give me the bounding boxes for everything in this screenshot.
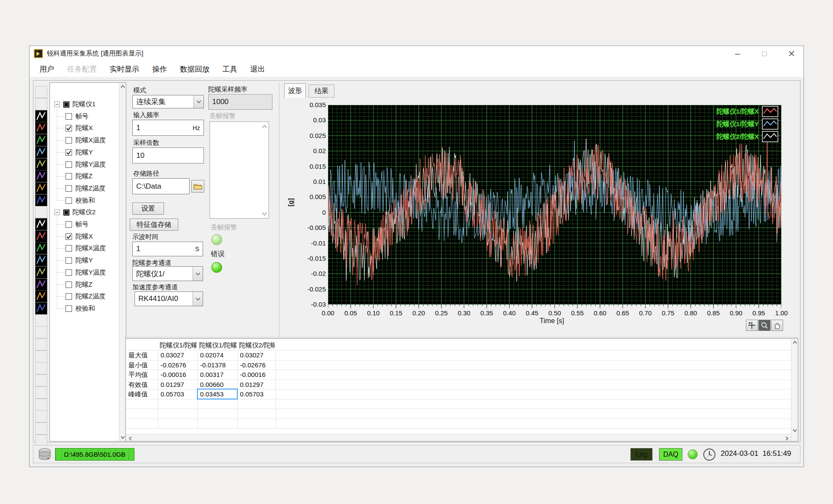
legend-label[interactable]: 陀螺仪1/陀螺Y <box>632 120 759 128</box>
table-cell[interactable]: 0.02074 <box>200 351 236 359</box>
menu-item[interactable]: 用户 <box>33 64 61 74</box>
table-cell[interactable]: -0.00016 <box>240 371 275 378</box>
zoom-tool-button[interactable] <box>758 320 771 331</box>
tree-item[interactable]: 陀螺Y温度 <box>66 159 126 170</box>
table-hscrollbar[interactable] <box>126 434 791 441</box>
checkbox[interactable] <box>66 137 72 144</box>
tree-item[interactable]: 陀螺X温度 <box>66 134 126 146</box>
tab-result[interactable]: 结果 <box>308 85 335 98</box>
table-cell[interactable]: 0.05703 <box>240 390 275 398</box>
path-field[interactable]: C:\Data <box>132 178 190 194</box>
tree-group[interactable]: 陀螺仪1 <box>54 98 124 110</box>
tree-item[interactable]: 校验和 <box>66 195 126 206</box>
menu-item[interactable]: 实时显示 <box>103 64 146 74</box>
table-vscrollbar[interactable] <box>791 339 798 441</box>
checkbox[interactable] <box>66 113 72 120</box>
checkbox[interactable] <box>66 245 72 252</box>
log-indicator[interactable]: Log <box>630 448 653 461</box>
menu-item[interactable]: 操作 <box>146 64 174 74</box>
tree-item[interactable]: 陀螺Y <box>66 255 126 266</box>
tree-item-label: 陀螺Y温度 <box>75 160 106 169</box>
scroll-down-icon[interactable] <box>791 427 798 434</box>
chevron-down-icon[interactable] <box>193 267 203 281</box>
checkbox[interactable] <box>66 257 72 264</box>
close-button[interactable] <box>782 47 801 60</box>
scroll-left-icon[interactable] <box>127 435 134 442</box>
maximize-button[interactable] <box>755 47 774 60</box>
checkbox[interactable] <box>66 197 72 204</box>
scope-time-field[interactable]: 1 S <box>132 242 203 256</box>
menu-item[interactable]: 工具 <box>216 64 244 74</box>
tree-item[interactable]: 陀螺Z <box>66 170 126 182</box>
pan-tool-button[interactable] <box>771 320 783 331</box>
table-cell[interactable]: -0.02676 <box>240 361 275 369</box>
legend-plot-icon[interactable] <box>762 118 778 130</box>
checkbox[interactable] <box>66 125 72 131</box>
tree-item[interactable]: 帧号 <box>66 111 126 122</box>
tree-item-label: 陀螺X <box>75 232 93 241</box>
main-content: 陀螺仪1帧号陀螺X陀螺X温度陀螺Y陀螺Y温度陀螺Z陀螺Z温度校验和陀螺仪2帧号陀… <box>33 80 800 442</box>
table-cell[interactable]: 0.01297 <box>161 381 197 388</box>
tab-waveform[interactable]: 波形 <box>284 83 306 98</box>
checkbox[interactable] <box>66 281 72 288</box>
tree-item[interactable]: 陀螺X <box>66 231 126 242</box>
minimize-button[interactable] <box>728 47 747 60</box>
checkbox[interactable] <box>66 233 72 240</box>
tree-item[interactable]: 陀螺Z <box>66 279 126 291</box>
input-freq-field[interactable]: 1 Hz <box>132 120 204 136</box>
tree-item[interactable]: 陀螺Y温度 <box>66 267 126 278</box>
feature-store-button[interactable]: 特征值存储 <box>130 219 178 231</box>
collapse-icon[interactable] <box>54 101 60 107</box>
cursor-tool-button[interactable] <box>746 320 758 331</box>
gyro-ref-combo[interactable]: 陀螺仪1/ <box>132 266 203 281</box>
checkbox[interactable] <box>66 305 72 312</box>
table-cell[interactable]: -0.00016 <box>161 371 197 378</box>
tree-item[interactable]: 陀螺X温度 <box>66 242 126 254</box>
menu-item[interactable]: 退出 <box>244 64 272 74</box>
browse-folder-button[interactable] <box>191 180 204 193</box>
legend-plot-icon[interactable] <box>762 106 778 117</box>
table-cell[interactable]: 0.00317 <box>200 371 236 378</box>
sample-mult-field[interactable]: 10 <box>132 147 204 164</box>
scroll-up-icon[interactable] <box>791 339 798 346</box>
checkbox[interactable] <box>66 185 72 192</box>
scroll-up-icon[interactable] <box>261 123 268 130</box>
checkbox[interactable] <box>66 221 72 228</box>
tree-item[interactable]: 陀螺Y <box>66 147 126 158</box>
tree-item[interactable]: 陀螺Z温度 <box>66 183 126 194</box>
drop-alarm-listbox[interactable] <box>210 121 269 219</box>
collapse-icon[interactable] <box>54 209 60 215</box>
table-cell[interactable]: 0.01297 <box>240 381 275 388</box>
checkbox[interactable] <box>66 293 72 300</box>
tree-item[interactable]: 帧号 <box>66 219 126 230</box>
tree-item[interactable]: 陀螺Z温度 <box>66 291 126 302</box>
checkbox[interactable] <box>66 269 72 276</box>
set-button[interactable]: 设置 <box>132 203 164 215</box>
menu-item[interactable]: 数据回放 <box>174 64 216 74</box>
chevron-down-icon[interactable] <box>193 292 203 306</box>
tree-item[interactable]: 陀螺X <box>66 122 126 134</box>
checkbox[interactable] <box>66 149 72 156</box>
y-axis-tick-label: 0.02 <box>294 147 326 154</box>
checkbox[interactable] <box>66 173 72 180</box>
legend-plot-icon[interactable] <box>762 131 778 142</box>
checkbox[interactable] <box>66 161 72 168</box>
legend-label[interactable]: 陀螺仪2/陀螺X <box>632 133 759 141</box>
legend-label[interactable]: 陀螺仪1/陀螺X <box>632 108 759 116</box>
table-cell[interactable]: 0.00660 <box>200 381 236 388</box>
chevron-down-icon[interactable] <box>193 95 203 108</box>
scroll-down-icon[interactable] <box>261 210 268 217</box>
scroll-up-icon[interactable] <box>119 83 126 90</box>
daq-indicator[interactable]: DAQ <box>659 448 682 461</box>
table-cell[interactable]: 0.03027 <box>240 351 275 359</box>
mode-combo[interactable]: 连续采集 <box>132 95 204 108</box>
table-cell[interactable]: -0.02676 <box>161 361 197 369</box>
table-cell[interactable]: 0.05703 <box>161 390 197 398</box>
accel-ref-combo[interactable]: RK4410/AI0 <box>134 291 203 306</box>
tree-group[interactable]: 陀螺仪2 <box>54 206 124 218</box>
table-cell[interactable]: 0.03027 <box>161 351 197 359</box>
table-cell[interactable]: 0.03453 <box>200 390 236 398</box>
tree-item[interactable]: 校验和 <box>66 303 126 314</box>
scroll-right-icon[interactable] <box>783 435 790 442</box>
table-cell[interactable]: -0.01378 <box>200 361 236 369</box>
